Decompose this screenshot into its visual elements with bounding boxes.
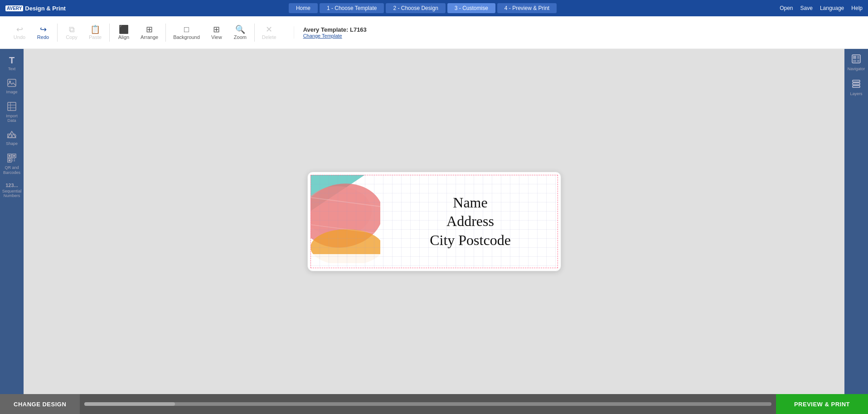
redo-label: Redo [37,34,49,40]
step-preview-print[interactable]: 4 - Preview & Print [497,3,557,13]
toolbar-sep-3 [165,24,166,42]
label-line-2: Address [446,212,494,231]
horizontal-scrollbar[interactable] [84,402,771,406]
label-preview[interactable]: Name Address City Postcode [307,172,561,271]
nav-right: Open Save Language Help [780,5,863,11]
toolbar: ↩ Undo ↪ Redo ⧉ Copy 📋 Paste ⬛ Align ⊞ A… [0,16,868,49]
open-button[interactable]: Open [780,5,793,11]
layers-label: Layers [850,91,862,96]
navigator-label: Navigator [848,67,865,71]
undo-button[interactable]: ↩ Undo [8,24,31,42]
sequential-numbers-label: SequentialNumbers [2,189,22,199]
image-label: Image [6,90,17,95]
step-choose-design[interactable]: 2 - Choose Design [386,3,445,13]
label-art [310,175,380,271]
workflow-steps: Home 1 - Choose Template 2 - Choose Desi… [289,3,557,13]
copy-button[interactable]: ⧉ Copy [60,24,83,42]
change-design-button[interactable]: CHANGE DESIGN [0,394,80,414]
svg-rect-14 [9,159,10,161]
step-choose-template[interactable]: 1 - Choose Template [320,3,384,13]
scrollbar-thumb [84,402,175,406]
svg-rect-32 [853,83,860,85]
template-name: Avery Template: L7163 [303,26,367,33]
sidebar-item-shape[interactable]: Shape [0,128,24,149]
navigator-icon [852,54,861,65]
top-navigation: AVERY Design & Print Home 1 - Choose Tem… [0,0,868,16]
toolbar-sep-2 [109,24,110,42]
undo-label: Undo [14,34,25,40]
help-button[interactable]: Help [851,5,863,11]
watercolor-art [310,175,380,263]
left-sidebar: T Text Image Import D [0,49,24,394]
background-icon: □ [184,25,189,34]
toolbar-sep-4 [254,24,255,42]
label-text-section: Name Address City Postcode [380,172,561,271]
view-label: View [211,34,222,40]
background-button[interactable]: □ Background [169,24,204,42]
zoom-button[interactable]: 🔍 Zoom [229,24,252,42]
navigator-panel-button[interactable]: Navigator [844,51,868,75]
align-button[interactable]: ⬛ Align [112,24,135,42]
sidebar-item-text[interactable]: T Text [0,53,24,74]
save-button[interactable]: Save [800,5,813,11]
toolbar-sep-1 [57,24,58,42]
step-home[interactable]: Home [289,3,318,13]
zoom-label: Zoom [234,34,247,40]
redo-icon: ↪ [40,25,47,34]
qr-icon [7,154,16,164]
zoom-icon: 🔍 [235,25,245,34]
paste-label: Paste [89,34,102,40]
bottom-bar: CHANGE DESIGN PREVIEW & PRINT [0,394,868,414]
change-template-link[interactable]: Change Template [303,33,367,39]
svg-rect-18 [14,160,15,161]
layers-icon [852,79,861,90]
layers-panel-button[interactable]: Layers [844,76,868,100]
nav-left: AVERY Design & Print [5,5,66,12]
shape-icon [7,130,16,140]
shape-label: Shape [6,141,18,146]
svg-rect-27 [853,56,856,59]
sequential-numbers-icon: 123... [5,183,18,188]
svg-rect-23 [310,254,380,263]
view-button[interactable]: ⊞ View [205,24,228,42]
preview-print-button[interactable]: PREVIEW & PRINT [776,394,868,414]
text-label: Text [8,67,16,72]
import-data-label: Import Data [2,114,22,124]
language-button[interactable]: Language [820,5,844,11]
text-icon: T [9,55,15,66]
label-line-3: City Postcode [430,231,511,250]
view-icon: ⊞ [213,25,220,34]
copy-label: Copy [66,34,78,40]
main-layout: T Text Image Import D [0,49,868,394]
sidebar-item-import-data[interactable]: Import Data [0,99,24,126]
avery-logo: AVERY Design & Print [5,5,66,12]
paste-button[interactable]: 📋 Paste [84,24,107,42]
avery-badge: AVERY [5,5,23,11]
label-image-section [308,172,380,271]
svg-rect-16 [14,159,15,159]
align-label: Align [118,34,129,40]
svg-rect-15 [12,159,13,159]
paste-icon: 📋 [90,25,100,34]
svg-rect-31 [853,86,860,87]
delete-button[interactable]: ✕ Delete [257,24,281,42]
right-sidebar: Navigator Layers [844,49,868,394]
svg-rect-29 [857,56,859,59]
qr-barcodes-label: QR andBarcodes [3,165,20,175]
background-label: Background [173,34,200,40]
undo-icon: ↩ [16,25,23,34]
svg-rect-17 [12,160,13,161]
sidebar-item-image[interactable]: Image [0,76,24,97]
arrange-label: Arrange [141,34,158,40]
canvas-area[interactable]: Name Address City Postcode [24,49,844,394]
align-icon: ⬛ [119,25,129,34]
arrange-button[interactable]: ⊞ Arrange [136,24,163,42]
sidebar-item-qr-barcodes[interactable]: QR andBarcodes [0,151,24,178]
label-line-1: Name [453,193,487,212]
redo-button[interactable]: ↪ Redo [32,24,54,42]
sidebar-item-sequential-numbers[interactable]: 123... SequentialNumbers [0,180,24,202]
svg-rect-0 [8,79,16,87]
svg-rect-28 [853,60,856,62]
svg-rect-33 [853,80,860,82]
step-customise[interactable]: 3 - Customise [447,3,495,13]
